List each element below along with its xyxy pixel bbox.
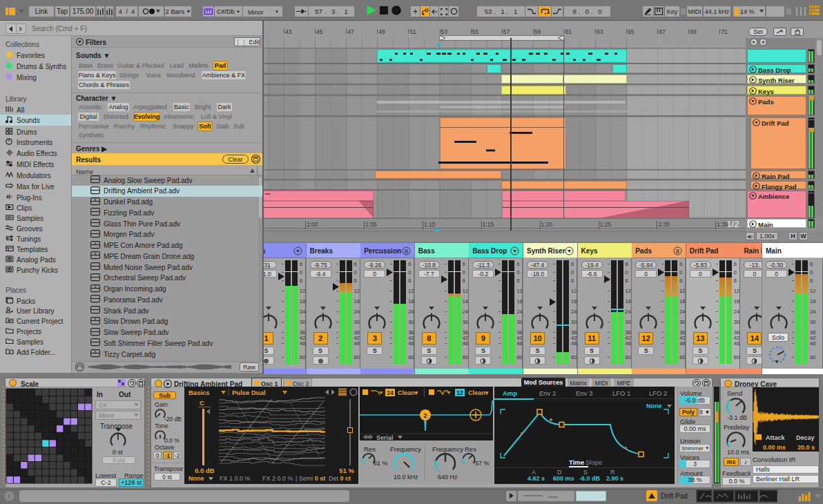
svg-text:i: i xyxy=(8,492,10,500)
